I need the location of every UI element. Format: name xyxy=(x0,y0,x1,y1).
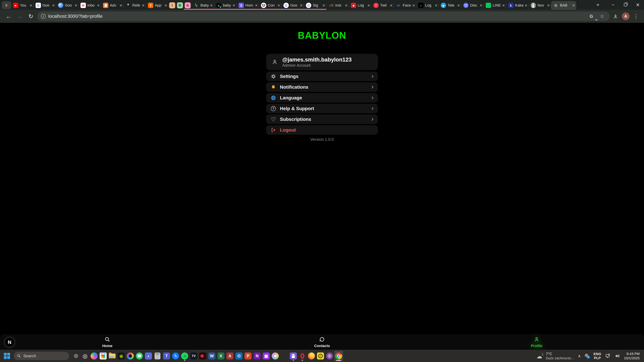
clock-widget[interactable]: 9:43 PM 10/1/2025 xyxy=(624,352,640,361)
browser-tab[interactable]: S Hom × xyxy=(236,1,259,10)
tab-close-icon[interactable]: × xyxy=(300,3,302,7)
tab-group-chip-b[interactable]: b xyxy=(184,1,192,10)
taskbar-search[interactable]: Search xyxy=(14,352,69,360)
norton-icon[interactable]: ✓ xyxy=(316,351,325,361)
word-icon[interactable]: W xyxy=(207,351,216,361)
browser-tab[interactable]: ∞ Face × xyxy=(394,1,416,10)
bookmark-star-icon[interactable]: ☆ xyxy=(598,12,606,20)
tab-close-icon[interactable]: × xyxy=(30,3,32,7)
tab-close-icon[interactable]: × xyxy=(97,3,100,7)
volume-icon[interactable] xyxy=(615,353,620,359)
network-icon[interactable] xyxy=(605,353,611,359)
browser-profile-avatar[interactable]: A xyxy=(622,12,630,20)
tab-close-icon[interactable]: × xyxy=(142,3,144,7)
tab-close-icon[interactable]: × xyxy=(232,3,235,7)
tab-close-icon[interactable]: × xyxy=(345,3,348,7)
access-icon[interactable]: A xyxy=(226,351,234,361)
bottom-nav-home[interactable]: Home xyxy=(0,335,215,350)
menu-item-help-support[interactable]: ? Help & Support › xyxy=(266,104,378,113)
browser-tab[interactable]: k Kaka × xyxy=(506,1,528,10)
language-indicator[interactable]: ENG PLP xyxy=(594,352,601,360)
reload-button[interactable]: ↻ xyxy=(26,11,36,21)
browser-tab[interactable]: Y App × xyxy=(146,1,168,10)
new-tab-button[interactable]: + xyxy=(593,2,602,8)
restore-button[interactable] xyxy=(619,0,632,10)
browser-tab[interactable]: LINE × xyxy=(484,1,506,10)
tab-close-icon[interactable]: × xyxy=(120,3,122,7)
tab-group-chip-t[interactable]: t xyxy=(168,1,176,10)
icue-icon[interactable] xyxy=(126,351,135,361)
url-text[interactable]: localhost:3000/?tab=profile xyxy=(48,14,585,19)
browser-tab[interactable]: ᗢ Con × xyxy=(259,1,282,10)
tab-close-icon[interactable]: × xyxy=(502,3,505,7)
tab-close-icon[interactable]: × xyxy=(322,3,325,7)
tab-group-chip-B[interactable]: B xyxy=(176,1,184,10)
browser-menu-icon[interactable]: ⋮ xyxy=(632,12,640,20)
browser-tab[interactable]: Adv × xyxy=(101,1,124,10)
opera-icon[interactable] xyxy=(298,351,307,361)
browser-tab[interactable]: G Goo × xyxy=(282,1,304,10)
tab-close-icon[interactable]: × xyxy=(525,3,527,7)
steelseries-icon[interactable]: ◎ xyxy=(80,351,90,361)
minimize-button[interactable]: − xyxy=(607,0,619,10)
tab-close-icon[interactable]: × xyxy=(457,3,460,7)
outlook-icon[interactable]: O xyxy=(234,351,244,361)
close-button[interactable]: × xyxy=(632,0,644,10)
tradingview-icon[interactable]: TV xyxy=(189,351,198,361)
vscode-icon[interactable] xyxy=(280,351,289,361)
tab-close-icon[interactable]: × xyxy=(52,3,55,7)
tab-close-icon[interactable]: × xyxy=(390,3,392,7)
clipchamp-icon[interactable]: ▣ xyxy=(262,351,271,361)
teams-icon[interactable]: T xyxy=(162,351,171,361)
browser-tab[interactable]: ᗜ Disc × xyxy=(461,1,484,10)
photos-icon[interactable]: ▲ xyxy=(144,351,153,361)
logout-button[interactable]: Logout xyxy=(266,125,378,135)
chrome-icon[interactable] xyxy=(334,351,343,361)
tab-close-icon[interactable]: × xyxy=(75,3,77,7)
tab-close-icon[interactable]: × xyxy=(547,3,550,7)
bottom-nav-profile[interactable]: Profile xyxy=(429,335,644,350)
browser-tab[interactable]: Nov × xyxy=(528,1,551,10)
tab-close-icon[interactable]: × xyxy=(435,3,438,7)
menu-item-subscriptions[interactable]: ♡ Subscriptions › xyxy=(266,114,378,124)
browser-tab[interactable]: G Goo × xyxy=(34,1,56,10)
tab-search-button[interactable]: ∨ xyxy=(2,1,11,9)
tray-chevron-up-icon[interactable]: ∧ xyxy=(578,354,581,358)
tab-close-icon[interactable]: × xyxy=(255,3,258,7)
nvidia-icon[interactable]: ◉ xyxy=(117,351,126,361)
firefox-icon[interactable] xyxy=(307,351,316,361)
calculator-icon[interactable] xyxy=(153,351,162,361)
bottom-nav-contacts[interactable]: Contacts xyxy=(215,335,429,350)
browser-tab[interactable]: ϟ Baby × xyxy=(192,1,214,10)
whatsapp-icon[interactable]: ☎ xyxy=(135,351,144,361)
menu-item-language[interactable]: Language › xyxy=(266,93,378,103)
menu-item-notifications[interactable]: Notifications › xyxy=(266,82,378,92)
browser-tab[interactable]: ∷ Twil × xyxy=(371,1,394,10)
browser-tab[interactable]: ▶ You × xyxy=(11,1,34,10)
browser-tab[interactable]: Goo × xyxy=(56,1,78,10)
onenote-icon[interactable]: N xyxy=(252,351,262,361)
tab-close-icon[interactable]: × xyxy=(412,3,415,7)
tab-close-icon[interactable]: × xyxy=(278,3,280,7)
download-icon[interactable] xyxy=(612,12,620,20)
browser-tab[interactable]: ▲ baby × xyxy=(214,1,236,10)
settings-gear-icon[interactable] xyxy=(72,351,80,361)
tab-close-icon[interactable]: × xyxy=(164,3,167,7)
address-bar[interactable]: i localhost:3000/?tab=profile G⇄ ☆ xyxy=(37,11,610,21)
browser-tab[interactable]: G Sig × xyxy=(304,1,326,10)
forward-button[interactable]: → xyxy=(15,11,24,21)
messenger-icon[interactable]: ϟ xyxy=(171,351,180,361)
voicemod-icon[interactable] xyxy=(198,351,207,361)
browser-tab[interactable]: ⊕ BAB × xyxy=(551,1,576,10)
tor-icon[interactable] xyxy=(325,351,334,361)
browser-tab[interactable]: M Inbo × xyxy=(78,1,101,10)
browser-tab[interactable]: ▶ Tele × xyxy=(439,1,461,10)
browser-tab[interactable]: ◆ Log × xyxy=(349,1,371,10)
back-button[interactable]: ← xyxy=(4,11,14,21)
copilot-icon[interactable] xyxy=(90,351,98,361)
microsoft-store-icon[interactable] xyxy=(98,351,108,361)
powerpoint-icon[interactable]: P xyxy=(244,351,252,361)
file-explorer-icon[interactable] xyxy=(108,351,117,361)
site-info-icon[interactable]: i xyxy=(41,14,46,18)
translate-icon[interactable]: G⇄ xyxy=(587,12,595,20)
